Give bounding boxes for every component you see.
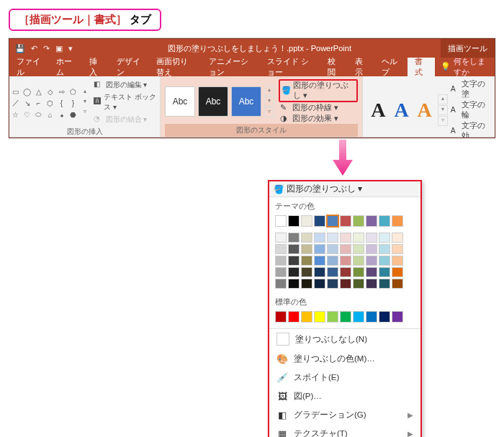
color-swatch[interactable] — [275, 244, 287, 254]
color-swatch[interactable] — [275, 267, 287, 277]
color-swatch[interactable] — [392, 267, 403, 277]
color-swatch[interactable] — [353, 256, 364, 266]
textbox-button[interactable]: 🅰テキスト ボックス ▾ — [92, 91, 160, 113]
color-swatch[interactable] — [392, 256, 403, 266]
color-swatch[interactable] — [288, 233, 300, 243]
tab-view[interactable]: 表示 — [348, 58, 375, 76]
tab-insert[interactable]: 挿入 — [82, 58, 109, 76]
shape-fill-button[interactable]: 🪣図形の塗りつぶし ▾ — [279, 79, 358, 102]
more-fill-colors-item[interactable]: 🎨 塗りつぶしの色(M)… — [269, 349, 420, 368]
shape-icon[interactable]: ⬣ — [68, 109, 79, 120]
color-swatch[interactable] — [327, 233, 338, 243]
texture-fill-item[interactable]: ▦ テクスチャ(T) ▶ — [269, 424, 420, 437]
wordart-preset[interactable]: A — [415, 99, 435, 122]
shape-icon[interactable]: ⌐ — [33, 97, 45, 109]
color-swatch[interactable] — [379, 267, 390, 277]
color-swatch[interactable] — [327, 311, 338, 323]
eyedropper-item[interactable]: 💉 スポイト(E) — [269, 368, 420, 387]
tab-slideshow[interactable]: スライド ショー — [260, 58, 320, 76]
tab-file[interactable]: ファイル — [9, 58, 49, 76]
shape-effects-button[interactable]: ◑図形の効果 ▾ — [279, 114, 358, 124]
wordart-preset[interactable]: A — [368, 99, 388, 122]
shape-icon[interactable]: ◯ — [22, 86, 33, 97]
shape-icon[interactable]: ⇨ — [56, 86, 68, 97]
save-icon[interactable]: 💾 — [15, 44, 25, 53]
color-swatch[interactable] — [275, 233, 287, 243]
color-swatch[interactable] — [379, 279, 390, 289]
color-swatch[interactable] — [366, 256, 377, 266]
color-swatch[interactable] — [379, 233, 390, 243]
color-swatch[interactable] — [340, 244, 351, 254]
color-swatch[interactable] — [392, 233, 403, 243]
color-swatch[interactable] — [353, 215, 364, 227]
text-effects-button[interactable]: A文字の効 — [451, 121, 490, 138]
color-swatch[interactable] — [392, 279, 403, 289]
dropdown-header[interactable]: 🪣 図形の塗りつぶし ▾ — [269, 181, 420, 197]
tab-format[interactable]: 書式 — [408, 58, 435, 76]
shape-icon[interactable]: } — [68, 97, 79, 109]
no-fill-item[interactable]: 塗りつぶしなし(N) — [269, 329, 420, 349]
color-swatch[interactable] — [340, 311, 351, 323]
color-swatch[interactable] — [301, 279, 312, 289]
color-swatch[interactable] — [340, 256, 351, 266]
shape-icon[interactable]: ⬭ — [33, 109, 45, 120]
color-swatch[interactable] — [340, 279, 351, 289]
color-swatch[interactable] — [353, 267, 364, 277]
shape-outline-button[interactable]: ✎図形の枠線 ▾ — [279, 103, 358, 113]
color-swatch[interactable] — [353, 233, 364, 243]
color-swatch[interactable] — [301, 256, 312, 266]
tab-home[interactable]: ホーム — [49, 58, 82, 76]
shape-icon[interactable]: { — [56, 97, 68, 109]
color-swatch[interactable] — [353, 244, 364, 254]
color-swatch[interactable] — [392, 244, 403, 254]
gradient-fill-item[interactable]: ◧ グラデーション(G) ▶ — [269, 405, 420, 424]
color-swatch[interactable] — [288, 279, 300, 289]
color-swatch[interactable] — [288, 256, 300, 266]
color-swatch[interactable] — [275, 256, 287, 266]
color-swatch[interactable] — [327, 215, 338, 227]
color-swatch[interactable] — [366, 279, 377, 289]
text-outline-button[interactable]: A文字の輪 — [451, 100, 490, 120]
shape-icon[interactable]: ◇ — [45, 86, 56, 97]
style-gallery-scroller[interactable]: ▴▾▿ — [264, 86, 274, 117]
color-swatch[interactable] — [275, 279, 287, 289]
tab-transition[interactable]: 画面切り替え — [149, 58, 202, 76]
shape-icon[interactable]: ▭ — [10, 86, 22, 97]
color-swatch[interactable] — [314, 215, 325, 227]
shape-icon[interactable]: △ — [33, 86, 45, 97]
color-swatch[interactable] — [327, 256, 338, 266]
color-swatch[interactable] — [366, 311, 377, 323]
color-swatch[interactable] — [379, 244, 390, 254]
style-preset[interactable]: Abc — [198, 86, 228, 117]
color-swatch[interactable] — [314, 311, 325, 323]
color-swatch[interactable] — [314, 233, 325, 243]
color-swatch[interactable] — [353, 311, 364, 323]
shapes-gallery-scroller[interactable]: ▴▾▿ — [81, 88, 89, 117]
text-fill-button[interactable]: A文字の塗 — [451, 79, 490, 99]
color-swatch[interactable] — [288, 267, 300, 277]
shape-icon[interactable]: ☆ — [10, 109, 22, 120]
color-swatch[interactable] — [327, 279, 338, 289]
tab-design[interactable]: デザイン — [109, 58, 149, 76]
wordart-preset[interactable]: A — [391, 99, 411, 122]
color-swatch[interactable] — [392, 311, 403, 323]
color-swatch[interactable] — [275, 311, 287, 323]
shape-icon[interactable]: ⬠ — [68, 86, 79, 97]
shape-icon[interactable]: ⬡ — [45, 97, 56, 109]
picture-fill-item[interactable]: 🖼 図(P)… — [269, 387, 420, 405]
color-swatch[interactable] — [340, 267, 351, 277]
shape-icon[interactable]: ⌂ — [45, 109, 56, 120]
color-swatch[interactable] — [379, 215, 390, 227]
color-swatch[interactable] — [340, 233, 351, 243]
color-swatch[interactable] — [366, 215, 377, 227]
color-swatch[interactable] — [353, 279, 364, 289]
color-swatch[interactable] — [314, 244, 325, 254]
color-swatch[interactable] — [379, 311, 390, 323]
color-swatch[interactable] — [288, 215, 300, 227]
color-swatch[interactable] — [366, 233, 377, 243]
redo-icon[interactable]: ↷ — [43, 44, 50, 53]
startshow-icon[interactable]: ▣ — [55, 44, 63, 53]
color-swatch[interactable] — [392, 215, 403, 227]
color-swatch[interactable] — [366, 267, 377, 277]
shape-icon[interactable]: ⬥ — [56, 109, 68, 120]
